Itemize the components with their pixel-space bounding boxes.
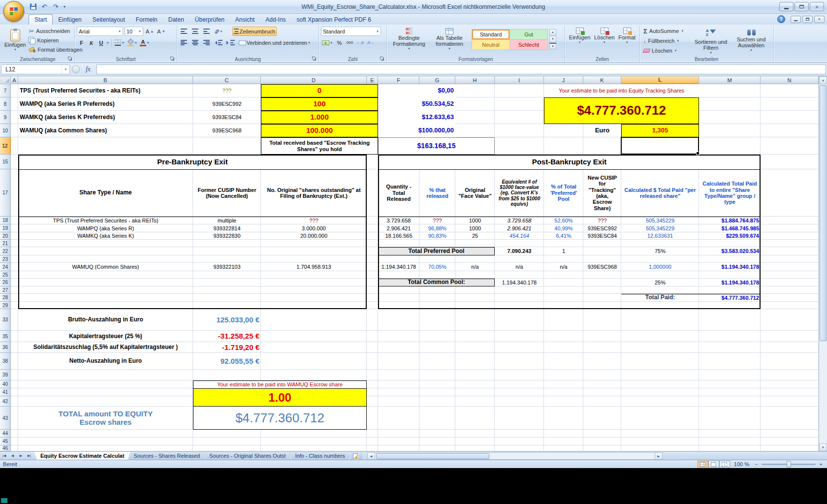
cell-C33[interactable]: 125.033,00 € (193, 309, 261, 331)
column-header-N[interactable]: N (761, 76, 819, 84)
undo-button[interactable]: ↶ (39, 2, 50, 11)
align-middle-button[interactable] (191, 27, 200, 36)
font-color-button[interactable]: A ▼ (139, 38, 151, 47)
redo-button[interactable]: ↷ (50, 2, 61, 11)
number-format-select[interactable]: Standard ▼ (321, 27, 381, 36)
row-header-10[interactable]: 10 (0, 124, 11, 137)
row-header-7[interactable]: 7 (0, 84, 11, 97)
page-break-view-button[interactable] (719, 461, 730, 468)
close-button[interactable]: × (810, 2, 824, 11)
column-header-I[interactable]: I (495, 76, 544, 84)
cell-D8[interactable]: 100 (261, 97, 378, 111)
save-button[interactable] (28, 2, 38, 11)
cell-I24[interactable]: n/a (495, 263, 544, 271)
cell-L20[interactable]: 12,633631 (621, 232, 699, 240)
sheet-tab-sources-shares-released[interactable]: Sources - Shares Released (128, 452, 206, 460)
cell-H20[interactable]: 25 (455, 232, 495, 240)
qat-customize-button[interactable]: ▼ (62, 2, 67, 11)
column-header-H[interactable]: H (455, 76, 495, 84)
cell-B43[interactable]: TOTAL amount TO EQUITY Escrow shares (18, 407, 193, 430)
bold-button[interactable]: F (77, 38, 86, 47)
cell-G20[interactable]: 90,83% (419, 232, 455, 240)
row-header-27[interactable]: 27 (0, 286, 11, 294)
cell-B10[interactable]: WAMUQ (aka Common Shares) (18, 124, 193, 137)
vertical-scroll-thumb[interactable] (820, 85, 827, 341)
row-header-29[interactable]: 29 (0, 302, 11, 309)
cell-B35[interactable]: Kapitalertragsteuer (25 %) (18, 331, 193, 342)
cell-M17[interactable]: Calculated Total Paid to entire "Share T… (699, 169, 761, 217)
cell-L26[interactable]: 25% (621, 279, 699, 286)
cell-C36[interactable]: -1.719,20 € (193, 342, 261, 353)
row-header-42[interactable]: 42 (0, 396, 11, 407)
cell-F18[interactable]: 3.729.658 (378, 217, 419, 224)
maximize-button[interactable] (795, 2, 809, 11)
first-sheet-button[interactable]: |◀ (0, 452, 8, 460)
row-header-26[interactable]: 26 (0, 279, 11, 286)
gallery-more-button[interactable]: ▼ (549, 43, 556, 49)
column-header-L[interactable]: L (621, 76, 699, 84)
align-top-button[interactable] (179, 27, 189, 36)
horizontal-scroll-thumb[interactable] (376, 453, 489, 459)
cell-C40[interactable]: Your estimate to be paid into WAMUQ Escr… (193, 380, 367, 388)
cell-C35[interactable]: -31.258,25 € (193, 331, 261, 342)
sort-filter-button[interactable]: AZ Sortieren und Filtern ▼ (691, 27, 731, 55)
cell-F20[interactable]: 18.166.565 (378, 232, 419, 240)
cell-F9[interactable]: $12.633,63 (378, 111, 455, 124)
next-sheet-button[interactable]: ▶ (17, 452, 25, 460)
accounting-format-button[interactable]: € ▼ (321, 38, 334, 47)
cell-K10[interactable]: Euro (583, 124, 621, 137)
zoom-in-button[interactable]: + (818, 461, 824, 468)
cell-M18[interactable]: $1.884.764.875 (699, 217, 761, 224)
row-header-22[interactable]: 22 (0, 247, 11, 255)
cell-C20[interactable]: 939322830 (193, 232, 261, 240)
cell-L10[interactable]: 1,305 (621, 124, 699, 137)
cell-J7[interactable]: Your estimate to be paid into Equity Tra… (544, 84, 699, 97)
row-header-15[interactable]: 15 (0, 155, 11, 169)
column-header-B[interactable]: B (18, 76, 193, 84)
row-header-40[interactable]: 40 (0, 380, 11, 388)
cell-D7[interactable]: 0 (261, 84, 378, 97)
cell-D17[interactable]: No. Original "shares outstanding" at Fil… (261, 169, 367, 217)
cell-C24[interactable]: 939322103 (193, 263, 261, 271)
cell-D12[interactable]: Total received based "Escrow Tracking Sh… (261, 137, 378, 155)
font-size-select[interactable]: 10 ▼ (125, 27, 143, 36)
sheet-grid[interactable]: 7891012151718192021222324252627282933353… (0, 84, 819, 451)
row-header-33[interactable]: 33 (0, 309, 11, 331)
cell-F10[interactable]: $100.000,00 (378, 124, 455, 137)
row-header-38[interactable]: 38 (0, 353, 11, 370)
vertical-scrollbar[interactable]: ▲ ▼ (819, 76, 827, 451)
help-button[interactable]: ? (777, 15, 785, 23)
cell-H24[interactable]: n/a (455, 263, 495, 271)
column-header-F[interactable]: F (378, 76, 419, 84)
cell-F8[interactable]: $50.534,52 (378, 97, 455, 111)
cell-I22[interactable]: 7.090.243 (495, 247, 544, 255)
cell-J18[interactable]: 52,60% (544, 217, 583, 224)
formula-input[interactable] (96, 64, 826, 74)
cell-I20[interactable]: 454.164 (495, 232, 544, 240)
horizontal-scrollbar[interactable]: ◀ ▶ (367, 452, 663, 460)
orientation-button[interactable]: ab ▼ (213, 27, 223, 36)
cell-B33[interactable]: Brutto-Auszahlung in Euro (18, 309, 193, 331)
paste-button[interactable]: Einfügen ▼ (3, 29, 27, 52)
cell-M24[interactable]: $1.194.340.178 (699, 263, 761, 271)
cell-F15[interactable]: Post-Bankruptcy Exit (378, 155, 761, 169)
sheet-tab-sources-original-shares[interactable]: Sources - Original Shares Outst (203, 452, 291, 460)
cell-J22[interactable]: 1 (544, 247, 583, 255)
column-header-K[interactable]: K (583, 76, 621, 84)
font-name-select[interactable]: Arial ▼ (77, 27, 123, 36)
decrease-indent-button[interactable] (213, 38, 223, 47)
cell-D9[interactable]: 1.000 (261, 111, 378, 124)
percent-format-button[interactable]: % (335, 38, 344, 47)
cell-J17[interactable]: % of Total 'Preferred' Pool (544, 169, 583, 217)
cell-G18[interactable]: ??? (419, 217, 455, 224)
cell-F22[interactable]: Total Preferred Pool (378, 247, 495, 255)
tab-start[interactable]: Start (29, 14, 53, 25)
row-header-24[interactable]: 24 (0, 263, 11, 271)
row-header-41[interactable]: 41 (0, 388, 11, 396)
workbook-minimize-button[interactable] (791, 16, 801, 23)
increase-indent-button[interactable] (225, 38, 236, 47)
cell-M20[interactable]: $229.509.674 (699, 232, 761, 240)
dialog-launcher-icon[interactable] (68, 57, 73, 62)
row-header-9[interactable]: 9 (0, 111, 11, 124)
cell-F24[interactable]: 1.194.340.178 (378, 263, 419, 271)
